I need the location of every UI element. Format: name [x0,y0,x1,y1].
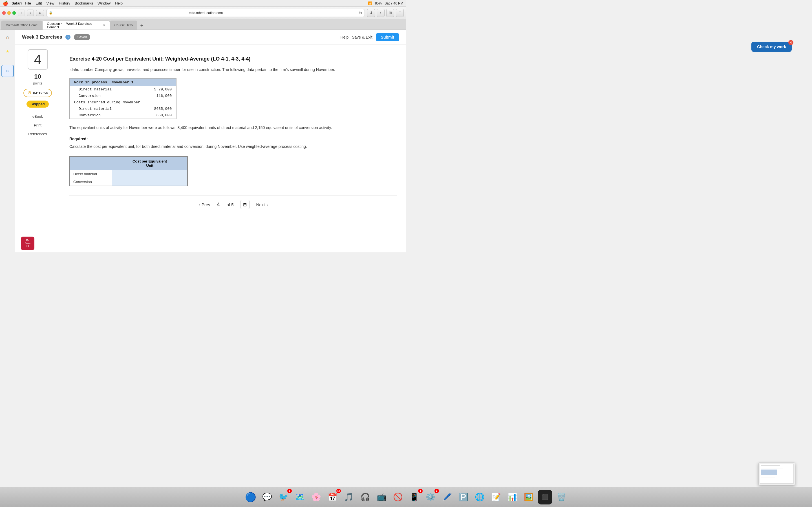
row-conv-amount: 116,000 [137,93,176,99]
required-label: Required: [69,136,397,141]
data-table: Work in process, November 1 Direct mater… [69,78,176,119]
sidebar-toggle[interactable]: ⊟ [36,10,44,16]
tab-label: Microsoft Office Home [6,23,38,27]
menu-bookmarks[interactable]: Bookmarks [72,1,95,5]
page-total: of 5 [226,202,234,207]
row-dm2-amount: $635,000 [137,106,176,112]
data-table-header: Work in process, November 1 [70,78,176,86]
dm-input-field[interactable] [116,172,184,176]
answer-row-dm-label: Direct material [70,170,112,178]
sidebar-item-2[interactable]: ⭐ [2,46,13,57]
mh-footer: McGrawHill [15,234,406,252]
question-number: 4 [34,52,42,67]
sidebar-item-3[interactable]: B [1,65,14,77]
menu-window[interactable]: Window [95,1,113,5]
menu-help[interactable]: Help [113,1,125,5]
sidebar-show-button[interactable]: ⊡ [396,9,404,17]
grid-icon: ⊞ [243,202,247,207]
grid-view-button[interactable]: ⊞ [241,200,250,209]
question-number-box: 4 [28,49,48,69]
submit-button[interactable]: Submit [376,33,399,41]
references-link[interactable]: References [28,131,47,137]
share-button[interactable]: ↑ [377,9,385,17]
answer-row-dm-input[interactable] [112,170,188,178]
tab-question4[interactable]: Question 4 – Week 3 Exercises – Connect … [42,20,110,30]
points-label: points [33,81,42,86]
info-badge[interactable]: ℹ [65,35,70,40]
tab-course-hero[interactable]: Course Hero [110,20,137,30]
row-conv2-label: Conversion [70,112,137,119]
save-exit-button[interactable]: Save & Exit [352,35,372,40]
close-button[interactable] [2,11,6,15]
app-name[interactable]: Safari [11,1,22,5]
answer-table: Cost per EquivalentUnit Direct material [69,156,188,186]
tab-label: Course Hero [114,23,133,27]
forward-button[interactable]: › [27,10,34,16]
right-content: Check my work 4 Exercise 4-20 Cost per E… [60,45,406,234]
tab-close-icon[interactable]: ✕ [103,24,105,27]
toolbar-right: ⬇ ↑ ⊞ ⊡ [367,9,404,17]
app-header: Week 3 Exercises ℹ Saved Help Save & Exi… [15,30,406,45]
points-value: 10 [34,73,41,80]
reload-button[interactable]: ↻ [359,11,362,15]
row-dm2-label: Direct material [70,106,137,112]
exercise-title: Exercise 4-20 Cost per Equivalent Unit; … [69,56,397,62]
equivalent-units-text: The equivalent units of activity for Nov… [69,124,397,131]
timer-badge: ⏱ 04:12:54 [23,89,52,97]
prev-label: Prev [202,202,210,207]
timer-icon: ⏱ [28,91,31,95]
row-conv-label: Conversion [70,93,137,99]
address-text: ezto.mheducation.com [54,11,357,15]
mcgraw-hill-logo: McGrawHill [21,237,35,250]
lock-icon: 🔒 [49,11,53,15]
new-tab-add[interactable]: + [139,22,145,29]
maximize-button[interactable] [12,11,16,15]
timer-value: 04:12:54 [33,91,48,95]
back-button[interactable]: ‹ [18,10,25,16]
menu-edit[interactable]: Edit [33,1,44,5]
browser-toolbar: ‹ › ⊟ 🔒 ezto.mheducation.com ↻ ⬇ ↑ ⊞ ⊡ [0,7,406,19]
main-content: Week 3 Exercises ℹ Saved Help Save & Exi… [15,30,406,252]
address-bar[interactable]: 🔒 ezto.mheducation.com ↻ [46,9,365,17]
new-tab-button[interactable]: ⊞ [386,9,394,17]
print-link[interactable]: Print [34,122,42,128]
download-button[interactable]: ⬇ [367,9,375,17]
app-title: Week 3 Exercises [22,34,62,40]
menu-history[interactable]: History [56,1,72,5]
menu-file[interactable]: File [23,1,33,5]
answer-table-col-header: Cost per EquivalentUnit [112,157,188,170]
tab-bar: Microsoft Office Home Question 4 – Week … [0,19,406,30]
row-costs-header: Costs incurred during November [70,99,176,106]
prev-arrow-icon: ‹ [199,202,200,207]
page-container: 📋 ⭐ B Week 3 Exercises ℹ Saved Help Save… [0,30,406,252]
saved-status: Saved [74,34,90,40]
battery-indicator: 85% [375,1,382,5]
next-button[interactable]: Next › [256,202,268,207]
left-panel: 4 10 points ⏱ 04:12:54 Skipped eBook Pri… [15,45,60,234]
row-dm-label: Direct material [70,86,137,93]
skipped-badge[interactable]: Skipped [27,101,49,108]
row-dm-amount: $ 79,000 [137,86,176,93]
row-conv2-amount: 658,000 [137,112,176,119]
menu-right: 📶 85% Sat 7:46 PM [368,1,403,5]
required-text: Calculate the cost per equivalent unit, … [69,144,397,150]
prev-button[interactable]: ‹ Prev [199,202,210,207]
next-label: Next [256,202,265,207]
answer-row-conv-label: Conversion [70,178,112,186]
minimize-button[interactable] [7,11,11,15]
wifi-icon: 📶 [368,1,372,5]
answer-table-corner [70,157,112,170]
ebook-link[interactable]: eBook [33,113,43,120]
clock: Sat 7:46 PM [385,1,403,5]
traffic-lights [2,11,16,15]
next-arrow-icon: › [266,202,268,207]
apple-menu[interactable]: 🍎 [3,1,8,6]
conv-input-field[interactable] [116,180,184,184]
tab-microsoft-home[interactable]: Microsoft Office Home [1,20,42,30]
sidebar-item-1[interactable]: 📋 [2,32,13,43]
page-current: 4 [217,202,220,208]
answer-row-conv-input[interactable] [112,178,188,186]
help-button[interactable]: Help [340,35,349,40]
menu-view[interactable]: View [44,1,57,5]
tab-label: Question 4 – Week 3 Exercises – Connect [47,22,101,29]
